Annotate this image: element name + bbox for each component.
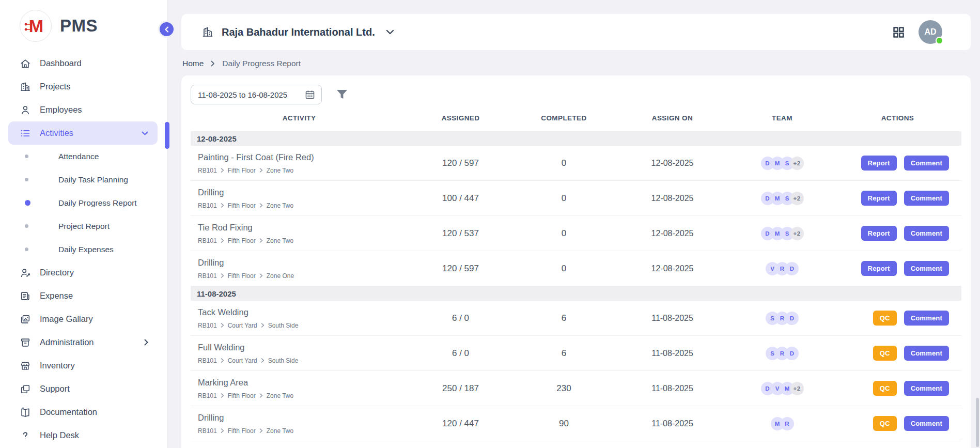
sidebar-item-inventory[interactable]: Inventory [8,354,158,377]
breadcrumb-home[interactable]: Home [182,59,204,68]
table-row: Full WeldingRB101Court YardSouth Side6 /… [191,336,961,371]
sidebar-item-directory[interactable]: Directory [8,261,158,284]
comment-button[interactable]: Comment [904,261,949,276]
date-range-input[interactable]: 11-08-2025 to 16-08-2025 [191,85,322,104]
chevron-down-icon [386,29,394,35]
sidebar-item-administration[interactable]: Administration [8,331,158,354]
actions-cell: QCComment [834,381,961,396]
company-selector[interactable]: Raja Bahadur International Ltd. [201,26,394,38]
user-icon [20,104,31,116]
team-avatars: DMS+2 [730,227,834,240]
table-row: DrillingRB101Fifth FloorZone Two100 / 44… [191,181,961,216]
comment-button[interactable]: Comment [904,346,949,361]
team-overflow-count[interactable]: +2 [790,192,804,205]
sidebar-collapse-button[interactable] [158,21,175,38]
col-header-assigned: ASSIGNED [408,114,514,122]
path-segment: Fifth Floor [228,202,256,209]
chevron-down-icon [142,131,148,135]
sidebar-item-dashboard[interactable]: Dashboard [8,52,158,75]
page-scrollbar[interactable] [976,398,979,447]
comment-button[interactable]: Comment [904,311,949,326]
archive-icon [20,337,31,348]
online-status-dot [936,37,943,44]
comment-button[interactable]: Comment [904,416,949,431]
completed-value: 0 [514,193,614,204]
col-header-completed: COMPLETED [514,114,614,122]
path-segment: RB101 [198,427,217,435]
team-overflow-count[interactable]: +2 [790,382,804,395]
breadcrumb-current: Daily Progress Report [222,59,301,68]
team-avatars: DMS+2 [730,192,834,205]
bullet-dot-icon [25,248,28,251]
sidebar-item-help-desk[interactable]: Help Desk [8,424,158,447]
sidebar-item-image-gallary[interactable]: Image Gallary [8,307,158,331]
activity-name: Marking Area [198,378,408,388]
home-icon [20,58,31,69]
table-row: Tie Rod FixingRB101Fifth FloorZone Two12… [191,216,961,251]
activity-location-path: RB101Fifth FloorZone Two [198,202,408,209]
report-button[interactable]: Report [861,261,897,276]
comment-button[interactable]: Comment [904,156,949,171]
breadcrumb: Home Daily Progress Report [182,59,971,68]
completed-value: 230 [514,383,614,394]
sidebar-item-activities[interactable]: Activities [8,121,158,145]
sidebar-item-expense[interactable]: Expense [8,284,158,307]
filter-funnel-icon[interactable] [336,89,348,100]
path-segment: Court Yard [228,322,257,329]
sidebar-item-label: Documentation [40,407,97,417]
sidebar-item-employees[interactable]: Employees [8,98,158,121]
sidebar-item-label: Expense [40,291,73,301]
user-avatar[interactable]: AD [919,20,942,44]
calendar-icon [305,89,315,100]
sidebar-subitem-daily-progress-report[interactable]: Daily Progress Report [0,191,167,214]
app-logo: M PMS [0,0,167,52]
qc-button[interactable]: QC [873,416,897,431]
assigned-value: 120 / 447 [408,419,514,429]
report-button[interactable]: Report [861,191,897,206]
actions-cell: ReportComment [834,191,961,206]
sidebar-subitem-daily-task-planning[interactable]: Daily Task Planning [0,168,167,191]
chevron-right-icon [221,238,224,243]
apps-grid-icon[interactable] [892,26,905,39]
qc-button[interactable]: QC [873,311,897,326]
qc-button[interactable]: QC [873,381,897,396]
comment-button[interactable]: Comment [904,226,949,241]
logo-circuit-dots [24,23,32,32]
chevron-right-icon [221,203,224,208]
report-button[interactable]: Report [861,156,897,171]
activity-location-path: RB101Court YardSouth Side [198,322,408,329]
actions-cell: QCComment [834,346,961,361]
path-segment: Court Yard [228,357,257,364]
team-member-avatar[interactable]: R [781,417,794,430]
sidebar-item-documentation[interactable]: Documentation [8,400,158,424]
team-member-avatar[interactable]: D [785,262,799,275]
sidebar-subitem-daily-expenses[interactable]: Daily Expenses [0,238,167,261]
team-member-avatar[interactable]: D [785,312,799,325]
sidebar-subitem-project-report[interactable]: Project Report [0,214,167,238]
team-overflow-count[interactable]: +2 [790,157,804,170]
col-header-assign-on: ASSIGN ON [614,114,730,122]
comment-button[interactable]: Comment [904,381,949,396]
gallery-icon [20,314,31,325]
team-avatars: SRD [730,347,834,360]
bullet-dot-icon [25,178,28,181]
chevron-right-icon [221,273,224,278]
qc-button[interactable]: QC [873,346,897,361]
activity-name: Drilling [198,188,408,197]
sidebar-item-label: Administration [40,337,94,347]
team-overflow-count[interactable]: +2 [790,227,804,240]
actions-cell: ReportComment [834,226,961,241]
chevron-right-icon [144,339,148,346]
activity-name: Tie Rod Fixing [198,223,408,233]
comment-button[interactable]: Comment [904,191,949,206]
team-member-avatar[interactable]: D [785,347,799,360]
activity-location-path: RB101Fifth FloorZone Two [198,237,408,244]
sidebar-item-projects[interactable]: Projects [8,75,158,98]
activity-cell: Marking AreaRB101Fifth FloorZone Two [191,378,408,399]
activity-location-path: RB101Court YardSouth Side [198,357,408,364]
sidebar-item-support[interactable]: Support [8,377,158,400]
content-card: 11-08-2025 to 16-08-2025 ACTIVITY ASSIGN… [181,75,971,448]
actions-cell: QCComment [834,311,961,326]
report-button[interactable]: Report [861,226,897,241]
sidebar-subitem-attendance[interactable]: Attendance [0,145,167,168]
